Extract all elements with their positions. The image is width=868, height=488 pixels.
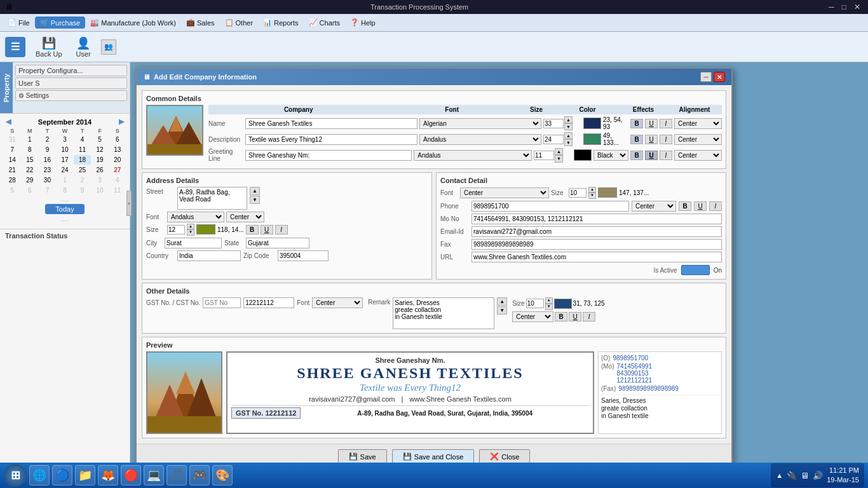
greeting-input[interactable]	[245, 150, 412, 161]
phone-bold[interactable]: B	[679, 201, 691, 211]
cal-day[interactable]: 6	[22, 186, 39, 195]
state-input[interactable]	[246, 238, 309, 248]
cal-day[interactable]: 10	[92, 186, 109, 195]
contact-size-down[interactable]: ▼	[588, 193, 596, 199]
name-size-down[interactable]: ▼	[564, 123, 573, 130]
desc-font-select[interactable]: Andalus	[419, 134, 541, 145]
cal-day[interactable]: 5	[4, 186, 21, 195]
cal-day[interactable]: 4	[74, 135, 91, 144]
cal-day[interactable]: 3	[92, 175, 109, 185]
cal-day[interactable]: 28	[4, 175, 21, 185]
desc-color-box[interactable]	[583, 133, 601, 145]
email-input[interactable]	[471, 226, 722, 237]
desc-size-input[interactable]	[543, 135, 564, 144]
remark-size-input[interactable]	[526, 299, 544, 308]
cal-day[interactable]: 11	[74, 145, 91, 154]
cal-day[interactable]: 22	[22, 165, 39, 175]
cal-day[interactable]: 1	[22, 135, 39, 144]
name-font-select[interactable]: Algerian	[419, 118, 541, 129]
gst-value-input[interactable]	[243, 297, 294, 308]
greeting-align-select[interactable]: Center	[674, 150, 722, 161]
cal-day[interactable]: 6	[109, 135, 126, 144]
toolbar-app-menu[interactable]: ☰	[5, 37, 25, 57]
greeting-size-down[interactable]: ▼	[555, 155, 563, 162]
contact-size-input[interactable]	[569, 188, 587, 198]
win-restore[interactable]: □	[839, 3, 849, 11]
city-input[interactable]	[165, 238, 222, 248]
today-button[interactable]: Today	[45, 204, 84, 214]
dialog-minimize-btn[interactable]: ─	[700, 72, 712, 82]
remark-color-box[interactable]	[554, 299, 572, 309]
cal-day[interactable]: 5	[92, 135, 109, 144]
remark-size-up[interactable]: ▲	[545, 297, 553, 304]
greeting-color-box[interactable]	[574, 149, 592, 161]
contact-color-box[interactable]	[598, 187, 617, 198]
cal-day[interactable]: 20	[109, 155, 126, 165]
menu-item-other[interactable]: 📋Other	[220, 17, 259, 29]
cal-day[interactable]: 21	[4, 165, 21, 175]
tray-hide-icon[interactable]: ▲	[776, 471, 783, 479]
mono-input[interactable]	[471, 214, 722, 224]
cal-day[interactable]: 11	[109, 186, 126, 195]
cal-day[interactable]: 19	[92, 155, 109, 165]
menu-item-help[interactable]: ❓Help	[345, 17, 381, 29]
taskbar-item-win[interactable]: 🎮	[189, 465, 210, 485]
tray-icon-3[interactable]: 🔊	[813, 471, 823, 480]
taskbar-item-paint[interactable]: 🎨	[212, 465, 233, 485]
desc-align-select[interactable]: Center	[674, 134, 722, 145]
taskbar-item-vs[interactable]: 💻	[144, 465, 164, 485]
greeting-font-select[interactable]: Andalus	[414, 150, 532, 161]
toolbar-user[interactable]: 👤 User	[72, 35, 95, 59]
menu-item-manufacture[interactable]: 🏭Manufacture (Job Work)	[85, 17, 181, 29]
cal-day[interactable]: 16	[39, 155, 56, 165]
save-close-button[interactable]: 💾 Save and Close	[392, 449, 475, 463]
dialog-close-btn[interactable]: ✕	[714, 72, 725, 82]
addr-font-select[interactable]: Andalus	[167, 212, 224, 222]
settings-btn[interactable]: ⚙ Settings	[15, 90, 127, 101]
remark-bold[interactable]: B	[555, 312, 567, 322]
country-input[interactable]	[177, 250, 241, 261]
cal-day[interactable]: 24	[57, 165, 74, 175]
cal-day[interactable]: 23	[39, 165, 56, 175]
gst-placeholder-input[interactable]	[203, 297, 241, 308]
addr-italic[interactable]: I	[275, 225, 288, 234]
cal-day[interactable]: 9	[39, 145, 56, 154]
remark-align-select[interactable]: Center	[512, 311, 553, 322]
phone-align-select[interactable]: Center	[632, 201, 676, 212]
addr-font-align[interactable]: Center	[226, 212, 264, 222]
user-settings-btn[interactable]: User S	[15, 78, 127, 89]
phone-input[interactable]	[471, 201, 629, 212]
remark-size-down[interactable]: ▼	[545, 304, 553, 310]
property-config-btn[interactable]: Property Configura...	[15, 65, 127, 76]
cal-next-month[interactable]: ▶	[117, 118, 126, 126]
remark-italic[interactable]: I	[583, 312, 595, 322]
taskbar-item-red[interactable]: 🔴	[121, 465, 141, 485]
cal-day[interactable]: 29	[22, 175, 39, 185]
street-scroll-up[interactable]: ▲	[250, 187, 260, 195]
addr-size-down[interactable]: ▼	[187, 229, 194, 236]
name-italic[interactable]: I	[660, 119, 672, 128]
cal-day[interactable]: 12	[92, 145, 109, 154]
taskbar-item-vlc[interactable]: 🎵	[166, 465, 187, 485]
menu-item-sales[interactable]: 💼Sales	[181, 17, 220, 29]
menu-item-purchase[interactable]: 🛒Purchase	[35, 17, 85, 29]
name-size-input[interactable]	[543, 119, 564, 128]
name-underline[interactable]: U	[645, 119, 658, 128]
taskbar-item-ie2[interactable]: 🔵	[52, 465, 72, 485]
menu-item-file[interactable]: 📄File	[3, 17, 35, 29]
desc-italic[interactable]: I	[660, 135, 672, 144]
remark-textarea[interactable]: Saries, Dresses greate collaction in Gan…	[393, 297, 494, 329]
addr-color-box[interactable]	[196, 224, 215, 234]
desc-size-down[interactable]: ▼	[564, 139, 573, 146]
cal-day[interactable]: 18	[74, 155, 91, 165]
addr-underline[interactable]: U	[261, 225, 273, 234]
cal-day[interactable]: 31	[4, 135, 21, 144]
contact-font-select[interactable]: Center	[460, 187, 549, 198]
cal-day[interactable]: 7	[4, 145, 21, 154]
tray-icon-2[interactable]: 🖥	[801, 471, 809, 480]
taskbar-item-ie[interactable]: 🌐	[29, 465, 50, 485]
url-input[interactable]	[471, 252, 722, 262]
name-input[interactable]	[245, 118, 417, 129]
phone-italic[interactable]: I	[709, 201, 722, 211]
cal-day[interactable]: 26	[92, 165, 109, 175]
